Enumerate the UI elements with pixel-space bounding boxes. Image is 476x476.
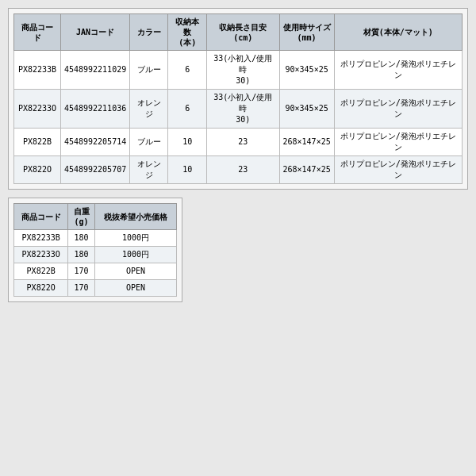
main-table-header: 使用時サイズ (mm) xyxy=(279,14,334,51)
table-cell: PX822O xyxy=(14,280,68,297)
main-table-header: カラー xyxy=(130,14,168,51)
main-table-header: 材質(本体/マット) xyxy=(334,14,462,51)
table-cell: 4548992211029 xyxy=(60,51,129,90)
table-cell: PX82233B xyxy=(14,51,61,90)
table-cell: 170 xyxy=(68,263,95,280)
table-cell: 4548992205707 xyxy=(60,156,129,184)
page-wrapper: 商品コードJANコードカラー収納本数 (本)収納長さ目安(cm)使用時サイズ (… xyxy=(0,0,476,476)
table-row: PX822O4548992205707オレンジ1023268×147×25ポリプ… xyxy=(14,156,463,184)
rate-table-header: 自重 (g) xyxy=(68,204,95,230)
table-cell: オレンジ xyxy=(130,90,168,129)
table-cell: オレンジ xyxy=(130,156,168,184)
table-row: PX822O170OPEN xyxy=(14,280,177,297)
table-cell: PX822B xyxy=(14,129,61,156)
table-cell: 170 xyxy=(68,280,95,297)
rate-table-header: 商品コード xyxy=(14,204,68,230)
table-cell: 4548992211036 xyxy=(60,90,129,129)
table-cell: 268×147×25 xyxy=(279,129,334,156)
main-table-header: 収納本数 (本) xyxy=(168,14,207,51)
table-cell: PX822O xyxy=(14,156,61,184)
table-row: PX82233O1801000円 xyxy=(14,247,177,263)
table-cell: OPEN xyxy=(94,263,176,280)
rate-table-header: 税抜希望小売価格 xyxy=(94,204,176,230)
table-cell: ポリプロピレン/発泡ポリエチレン xyxy=(334,156,462,184)
table-cell: OPEN xyxy=(94,280,176,297)
table-cell: ポリプロピレン/発泡ポリエチレン xyxy=(334,90,462,129)
table-cell: 1000円 xyxy=(94,247,176,263)
table-cell: 90×345×25 xyxy=(279,90,334,129)
table-row: PX822B170OPEN xyxy=(14,263,177,280)
table-cell: 180 xyxy=(68,230,95,247)
main-table-header: 収納長さ目安(cm) xyxy=(206,14,279,51)
table-cell: 6 xyxy=(168,51,207,90)
main-table: 商品コードJANコードカラー収納本数 (本)収納長さ目安(cm)使用時サイズ (… xyxy=(13,13,463,184)
table-cell: PX822B xyxy=(14,263,68,280)
table-cell: PX82233O xyxy=(14,90,61,129)
main-table-container: 商品コードJANコードカラー収納本数 (本)収納長さ目安(cm)使用時サイズ (… xyxy=(8,8,468,190)
table-cell: 23 xyxy=(206,129,279,156)
rate-table-container: 商品コード自重 (g)税抜希望小売価格 PX82233B1801000円PX82… xyxy=(8,198,182,302)
table-row: PX82233B1801000円 xyxy=(14,230,177,247)
rate-table: 商品コード自重 (g)税抜希望小売価格 PX82233B1801000円PX82… xyxy=(13,203,177,297)
table-cell: PX82233B xyxy=(14,230,68,247)
table-cell: 4548992205714 xyxy=(60,129,129,156)
table-cell: 23 xyxy=(206,156,279,184)
table-row: PX82233O4548992211036オレンジ633(小初入/使用時 30)… xyxy=(14,90,463,129)
table-row: PX822B4548992205714ブルー1023268×147×25ポリプロ… xyxy=(14,129,463,156)
table-cell: 6 xyxy=(168,90,207,129)
table-cell: ブルー xyxy=(130,51,168,90)
table-cell: 268×147×25 xyxy=(279,156,334,184)
table-cell: 33(小初入/使用時 30) xyxy=(206,51,279,90)
table-cell: 10 xyxy=(168,129,207,156)
table-cell: 10 xyxy=(168,156,207,184)
main-table-header: JANコード xyxy=(60,14,129,51)
table-cell: 1000円 xyxy=(94,230,176,247)
main-table-header: 商品コード xyxy=(14,14,61,51)
table-cell: 90×345×25 xyxy=(279,51,334,90)
table-cell: PX82233O xyxy=(14,247,68,263)
table-cell: 33(小初入/使用時 30) xyxy=(206,90,279,129)
table-cell: ブルー xyxy=(130,129,168,156)
table-cell: ポリプロピレン/発泡ポリエチレン xyxy=(334,51,462,90)
table-row: PX82233B4548992211029ブルー633(小初入/使用時 30)9… xyxy=(14,51,463,90)
table-cell: 180 xyxy=(68,247,95,263)
table-cell: ポリプロピレン/発泡ポリエチレン xyxy=(334,129,462,156)
